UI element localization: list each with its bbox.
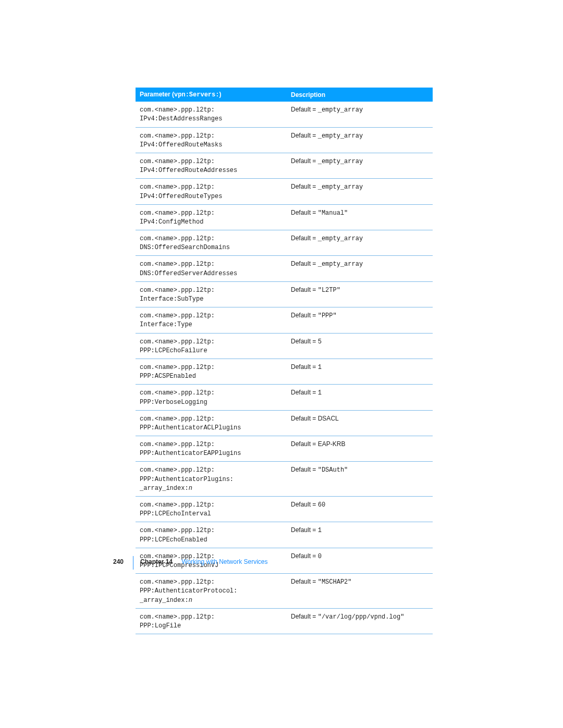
- desc-prefix: Default =: [291, 235, 318, 242]
- desc-cell: Default = 1: [287, 359, 433, 384]
- desc-prefix: Default =: [291, 312, 318, 319]
- param-cell: com.<name>.ppp.l2tp: PPP:LogFile: [136, 608, 287, 634]
- param-text: com.<name>.ppp.l2tp: PPP:AuthenticatorEA…: [140, 441, 241, 457]
- desc-cell: Default = 60: [287, 497, 433, 522]
- table-row: com.<name>.ppp.l2tp: PPP:AuthenticatorPr…: [136, 574, 433, 609]
- desc-value-code: _empty_array: [318, 132, 363, 140]
- table-row: com.<name>.ppp.l2tp: PPP:AuthenticatorPl…: [136, 462, 433, 497]
- param-cell: com.<name>.ppp.l2tp: IPv4:OfferedRouteTy…: [136, 179, 287, 204]
- desc-prefix: Default =: [291, 526, 318, 534]
- param-cell: com.<name>.ppp.l2tp: Interface:Type: [136, 307, 287, 333]
- desc-value-code: _empty_array: [318, 261, 363, 268]
- desc-cell: Default = _empty_array: [287, 230, 433, 256]
- desc-prefix: Default =: [291, 466, 318, 473]
- chapter-info: Chapter 14 Working with Network Services: [140, 558, 268, 565]
- desc-value-code: "Manual": [318, 209, 348, 217]
- col-header-parameter-code: vpn:Servers:: [174, 91, 219, 98]
- table-row: com.<name>.ppp.l2tp: PPP:LogFileDefault …: [136, 608, 433, 634]
- param-text: com.<name>.ppp.l2tp: IPv4:DestAddressRan…: [140, 106, 222, 122]
- param-text: com.<name>.ppp.l2tp: Interface:SubType: [140, 287, 215, 303]
- table-row: com.<name>.ppp.l2tp: DNS:OfferedSearchDo…: [136, 230, 433, 256]
- param-text: com.<name>.ppp.l2tp: PPP:LCPEchoInterval: [140, 501, 215, 517]
- param-text-italic: n: [189, 597, 192, 604]
- desc-cell: Default = 1: [287, 385, 433, 410]
- param-text: com.<name>.ppp.l2tp: IPv4:OfferedRouteAd…: [140, 158, 237, 174]
- param-text: com.<name>.ppp.l2tp: IPv4:OfferedRouteTy…: [140, 183, 222, 200]
- desc-cell: Default = "PPP": [287, 307, 433, 333]
- param-text: com.<name>.ppp.l2tp: IPv4:OfferedRouteMa…: [140, 132, 222, 149]
- table-header-row: Parameter (vpn:Servers:) Description: [136, 88, 433, 102]
- param-text: com.<name>.ppp.l2tp: PPP:VerboseLogging: [140, 389, 215, 405]
- desc-cell: Default = "MSCHAP2": [287, 574, 433, 609]
- table-row: com.<name>.ppp.l2tp: Interface:SubTypeDe…: [136, 281, 433, 307]
- desc-value-code: "PPP": [318, 312, 337, 319]
- desc-value-code: _empty_array: [318, 183, 363, 191]
- desc-value-code: "/var/log/ppp/vpnd.log": [318, 613, 405, 621]
- param-cell: com.<name>.ppp.l2tp: PPP:AuthenticatorEA…: [136, 436, 287, 462]
- desc-prefix: Default =: [291, 157, 318, 165]
- table-row: com.<name>.ppp.l2tp: PPP:AuthenticatorAC…: [136, 410, 433, 436]
- desc-cell: Default = "DSAuth": [287, 462, 433, 497]
- desc-value-code: 1: [318, 364, 322, 371]
- param-cell: com.<name>.ppp.l2tp: PPP:AuthenticatorAC…: [136, 410, 287, 436]
- table-row: com.<name>.ppp.l2tp: IPv4:ConfigMethodDe…: [136, 204, 433, 230]
- col-header-description: Description: [287, 88, 433, 102]
- desc-prefix: Default =: [291, 363, 318, 371]
- desc-cell: Default = _empty_array: [287, 179, 433, 204]
- table-row: com.<name>.ppp.l2tp: IPv4:OfferedRouteTy…: [136, 179, 433, 204]
- param-cell: com.<name>.ppp.l2tp: PPP:LCPEchoInterval: [136, 497, 287, 522]
- desc-cell: Default = EAP-KRB: [287, 436, 433, 462]
- param-text: com.<name>.ppp.l2tp: Interface:Type: [140, 312, 215, 328]
- param-cell: com.<name>.ppp.l2tp: DNS:OfferedSearchDo…: [136, 230, 287, 256]
- param-cell: com.<name>.ppp.l2tp: DNS:OfferedServerAd…: [136, 256, 287, 281]
- param-cell: com.<name>.ppp.l2tp: PPP:LCPEchoFailure: [136, 333, 287, 359]
- table-row: com.<name>.ppp.l2tp: Interface:TypeDefau…: [136, 307, 433, 333]
- param-text: com.<name>.ppp.l2tp: IPv4:ConfigMethod: [140, 209, 215, 226]
- param-text: com.<name>.ppp.l2tp: PPP:ACSPEnabled: [140, 364, 215, 380]
- param-cell: com.<name>.ppp.l2tp: IPv4:OfferedRouteMa…: [136, 127, 287, 153]
- desc-cell: Default = "/var/log/ppp/vpnd.log": [287, 608, 433, 634]
- table-row: com.<name>.ppp.l2tp: DNS:OfferedServerAd…: [136, 256, 433, 281]
- desc-value-code: "DSAuth": [318, 466, 348, 474]
- desc-value-code: "MSCHAP2": [318, 578, 352, 586]
- desc-prefix: Default =: [291, 501, 318, 508]
- desc-prefix: Default =: [291, 106, 318, 113]
- desc-prefix: Default =: [291, 286, 318, 293]
- desc-cell: Default = 1: [287, 522, 433, 548]
- desc-cell: Default = _empty_array: [287, 102, 433, 127]
- table-row: com.<name>.ppp.l2tp: PPP:VerboseLoggingD…: [136, 385, 433, 410]
- desc-prefix: Default =: [291, 613, 318, 620]
- footer-divider: [133, 556, 133, 570]
- param-cell: com.<name>.ppp.l2tp: IPv4:OfferedRouteAd…: [136, 153, 287, 178]
- col-header-parameter-prefix: Parameter (: [140, 91, 174, 98]
- param-text-italic: n: [189, 485, 192, 492]
- param-cell: com.<name>.ppp.l2tp: PPP:AuthenticatorPl…: [136, 462, 287, 497]
- desc-prefix: Default =: [291, 415, 318, 422]
- parameter-table: Parameter (vpn:Servers:) Description com…: [136, 88, 433, 634]
- desc-value-code: _empty_array: [318, 106, 363, 114]
- param-cell: com.<name>.ppp.l2tp: PPP:LCPEchoEnabled: [136, 522, 287, 548]
- desc-prefix: Default =: [291, 183, 318, 190]
- param-cell: com.<name>.ppp.l2tp: PPP:ACSPEnabled: [136, 359, 287, 384]
- page-footer: 240 Chapter 14 Working with Network Serv…: [0, 558, 563, 566]
- desc-prefix: Default =: [291, 338, 318, 345]
- param-cell: com.<name>.ppp.l2tp: IPv4:DestAddressRan…: [136, 102, 287, 127]
- param-cell: com.<name>.ppp.l2tp: PPP:VerboseLogging: [136, 385, 287, 410]
- col-header-parameter: Parameter (vpn:Servers:): [136, 88, 287, 102]
- desc-value-code: _empty_array: [318, 235, 363, 242]
- param-text: com.<name>.ppp.l2tp: PPP:LCPEchoEnabled: [140, 527, 215, 543]
- desc-cell: Default = _empty_array: [287, 256, 433, 281]
- chapter-label: Chapter 14: [140, 558, 173, 565]
- desc-cell: Default = "L2TP": [287, 281, 433, 307]
- desc-cell: Default = "Manual": [287, 204, 433, 230]
- desc-cell: Default = _empty_array: [287, 127, 433, 153]
- col-header-parameter-suffix: ): [219, 91, 221, 98]
- param-text: com.<name>.ppp.l2tp: PPP:LCPEchoFailure: [140, 338, 215, 354]
- desc-value: DSACL: [318, 415, 339, 422]
- table-row: com.<name>.ppp.l2tp: PPP:AuthenticatorEA…: [136, 436, 433, 462]
- param-cell: com.<name>.ppp.l2tp: IPv4:ConfigMethod: [136, 204, 287, 230]
- table-body: com.<name>.ppp.l2tp: IPv4:DestAddressRan…: [136, 102, 433, 634]
- desc-prefix: Default =: [291, 132, 318, 139]
- param-text: com.<name>.ppp.l2tp: DNS:OfferedSearchDo…: [140, 235, 230, 251]
- desc-value-code: 5: [318, 338, 322, 346]
